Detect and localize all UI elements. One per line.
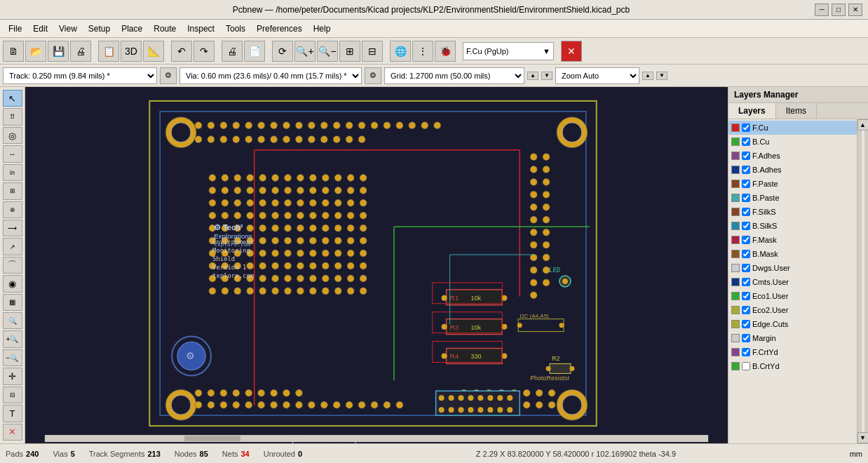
zoom-in-btn[interactable]: 🔍+ <box>294 41 316 62</box>
zoom-select[interactable]: Zoom Auto <box>555 67 639 84</box>
net-inspector[interactable]: 🌐 <box>390 41 411 62</box>
menu-edit[interactable]: Edit <box>27 22 53 36</box>
layer-item-eco1-user[interactable]: Eco1.User <box>728 289 857 303</box>
layer-visibility-checkbox[interactable] <box>742 278 750 286</box>
save-button[interactable]: 💾 <box>48 41 69 62</box>
search-btn[interactable]: 🔍 <box>3 312 22 329</box>
menu-place[interactable]: Place <box>116 22 148 36</box>
layer-visibility-checkbox[interactable] <box>742 222 750 230</box>
menu-preferences[interactable]: Preferences <box>251 22 308 36</box>
layer-item-margin[interactable]: Margin <box>728 331 857 345</box>
bug-icon[interactable]: 🐞 <box>435 41 456 62</box>
layer-visibility-checkbox[interactable] <box>742 208 750 216</box>
layer-item-b-paste[interactable]: B.Paste <box>728 191 857 205</box>
layers-scrollbar[interactable]: ▲ ▼ <box>857 119 868 443</box>
menu-route[interactable]: Route <box>148 22 182 36</box>
zoom-out-left[interactable]: −🔍 <box>3 349 22 366</box>
menu-setup[interactable]: Setup <box>83 22 116 36</box>
3d-view[interactable]: 3D <box>121 41 142 62</box>
track-select[interactable]: Track: 0.250 mm (9.84 mils) * <box>3 67 157 84</box>
corner-btn[interactable]: ⊟ <box>3 387 22 403</box>
layer-item-b-silks[interactable]: B.SilkS <box>728 219 857 233</box>
fab-notes[interactable]: 📄 <box>244 41 265 62</box>
route-diff-btn[interactable]: ↗ <box>3 238 22 255</box>
layer-item-f-silks[interactable]: F.SilkS <box>728 205 857 219</box>
layer-item-cmts-user[interactable]: Cmts.User <box>728 275 857 289</box>
fill-zones-btn[interactable]: ▦ <box>3 294 22 311</box>
component-btn[interactable]: ⊕ <box>3 201 22 218</box>
zoom-out-btn[interactable]: 🔍− <box>317 41 338 62</box>
menu-tools[interactable]: Tools <box>220 22 251 36</box>
minimize-button[interactable]: ─ <box>815 4 829 16</box>
tab-layers[interactable]: Layers <box>728 103 776 119</box>
layer-visibility-checkbox[interactable] <box>742 306 750 314</box>
layer-item-f-paste[interactable]: F.Paste <box>728 177 857 191</box>
zoom-down-btn[interactable]: ▼ <box>656 72 667 80</box>
text-btn[interactable]: T <box>3 405 22 422</box>
layer-visibility-checkbox[interactable] <box>742 292 750 300</box>
menu-view[interactable]: View <box>53 22 83 36</box>
inspect-btn[interactable]: in <box>3 164 22 181</box>
print-button[interactable]: 🖨 <box>70 41 91 62</box>
maximize-button[interactable]: □ <box>832 4 846 16</box>
layer-item-f-crtyd[interactable]: F.CrtYd <box>728 345 857 359</box>
scroll-up-arrow[interactable]: ▲ <box>857 119 869 130</box>
layer-visibility-checkbox[interactable] <box>742 123 750 132</box>
layer-visibility-checkbox[interactable] <box>742 166 750 174</box>
layer-visibility-checkbox[interactable] <box>742 236 750 244</box>
print2[interactable]: 🖨 <box>222 41 243 62</box>
zoom-up-btn[interactable]: ▲ <box>642 72 653 80</box>
grid-display-btn[interactable]: ⠿ <box>3 108 22 125</box>
layer-item-b-adhes[interactable]: B.Adhes <box>728 163 857 177</box>
layer-visibility-checkbox[interactable] <box>742 194 750 202</box>
grid-up-btn[interactable]: ▲ <box>527 72 538 80</box>
menu-file[interactable]: File <box>3 22 27 36</box>
layer-visibility-checkbox[interactable] <box>742 320 750 328</box>
layer-item-edge-cuts[interactable]: Edge.Cuts <box>728 317 857 331</box>
close-button[interactable]: ✕ <box>848 4 862 16</box>
route-single-btn[interactable]: ⟶ <box>3 220 22 236</box>
via-settings-btn[interactable]: ⚙ <box>365 67 381 84</box>
show-ratsnest[interactable]: ⋮ <box>412 41 433 62</box>
measure-btn[interactable]: ↔ <box>3 145 22 162</box>
plot[interactable]: 📐 <box>143 41 164 62</box>
layer-item-f-cu[interactable]: F.Cu <box>728 121 857 135</box>
zoom-selection[interactable]: ⊟ <box>362 41 383 62</box>
layer-visibility-checkbox[interactable] <box>742 348 750 356</box>
layer-item-f-adhes[interactable]: F.Adhes <box>728 149 857 163</box>
layer-item-f-mask[interactable]: F.Mask <box>728 233 857 247</box>
zoom-in-left[interactable]: +🔍 <box>3 330 22 347</box>
menu-inspect[interactable]: Inspect <box>182 22 220 36</box>
undo-button[interactable]: ↶ <box>171 41 192 62</box>
layer-visibility-checkbox[interactable] <box>742 152 750 160</box>
drc-btn[interactable]: ✕ <box>561 41 582 62</box>
no-connect-btn[interactable]: ✕ <box>3 424 22 441</box>
drc-toolbar-btn[interactable]: ◉ <box>3 275 22 292</box>
layer-visibility-checkbox[interactable] <box>742 264 750 272</box>
layer-visibility-checkbox[interactable] <box>742 180 750 188</box>
highlight-btn[interactable]: ◎ <box>3 127 22 144</box>
layer-visibility-checkbox[interactable] <box>742 362 750 370</box>
layer-item-eco2-user[interactable]: Eco2.User <box>728 303 857 317</box>
page-settings[interactable]: 📋 <box>98 41 119 62</box>
tab-items[interactable]: Items <box>776 103 817 119</box>
scroll-down-arrow[interactable]: ▼ <box>857 432 869 443</box>
select-tool-btn[interactable]: ↖ <box>3 90 22 107</box>
arc-btn[interactable]: ⌒ <box>3 257 22 274</box>
open-button[interactable]: 📂 <box>25 41 46 62</box>
refresh[interactable]: ⟳ <box>272 41 293 62</box>
redo-button[interactable]: ↷ <box>194 41 215 62</box>
layer-visibility-checkbox[interactable] <box>742 334 750 342</box>
new-button[interactable]: 🗎 <box>3 41 24 62</box>
route-settings-btn[interactable]: ⚙ <box>160 67 177 84</box>
layer-item-b-crtyd[interactable]: B.CrtYd <box>728 359 857 373</box>
grid-select[interactable]: Grid: 1.2700 mm (50.00 mils) <box>384 67 524 84</box>
zoom-fit[interactable]: ⊞ <box>339 41 360 62</box>
menu-help[interactable]: Help <box>308 22 337 36</box>
layer-item-b-cu[interactable]: B.Cu <box>728 135 857 149</box>
layer-item-b-mask[interactable]: B.Mask <box>728 247 857 261</box>
layer-select-dropdown[interactable]: F.Cu (PgUp) ▼ <box>463 42 554 60</box>
pcb-canvas[interactable]: Environment Monitoring Shield Version 1 … <box>25 87 728 443</box>
via-select[interactable]: Via: 0.60 mm (23.6 mils)/ 0.40 mm (15.7 … <box>179 67 362 84</box>
grid-down-btn[interactable]: ▼ <box>541 72 552 80</box>
